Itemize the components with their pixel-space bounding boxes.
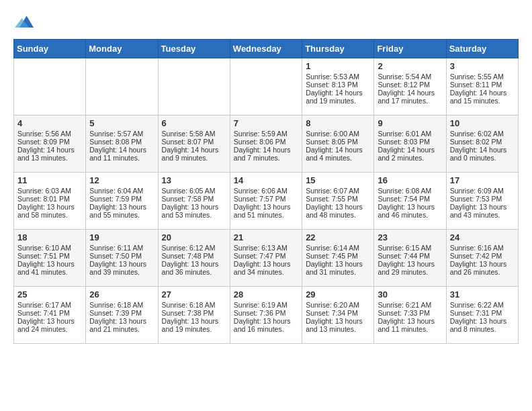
cell-text: Daylight: 14 hours <box>306 89 370 97</box>
day-header-tuesday: Tuesday <box>158 40 230 58</box>
cell-text: Sunset: 7:41 PM <box>17 309 82 317</box>
day-number: 10 <box>450 118 515 128</box>
calendar-cell: 2Sunrise: 5:54 AMSunset: 8:12 PMDaylight… <box>374 58 446 116</box>
day-number: 6 <box>162 118 226 128</box>
day-header-wednesday: Wednesday <box>230 40 302 58</box>
cell-text: Sunset: 7:31 PM <box>450 309 515 317</box>
cell-text: Daylight: 13 hours <box>234 260 298 268</box>
day-number: 25 <box>17 289 82 300</box>
calendar-cell: 28Sunrise: 6:19 AMSunset: 7:36 PMDayligh… <box>230 287 302 344</box>
cell-text: Sunset: 8:13 PM <box>306 81 370 89</box>
cell-text: Sunrise: 6:04 AM <box>89 187 154 195</box>
cell-text: Daylight: 13 hours <box>306 317 370 325</box>
cell-text: Sunrise: 6:05 AM <box>162 187 226 195</box>
cell-text: Sunset: 7:55 PM <box>306 195 370 203</box>
cell-text: Daylight: 14 hours <box>450 146 515 154</box>
calendar-cell <box>14 58 86 116</box>
calendar-cell: 3Sunrise: 5:55 AMSunset: 8:11 PMDaylight… <box>446 58 518 116</box>
week-row-5: 25Sunrise: 6:17 AMSunset: 7:41 PMDayligh… <box>14 287 519 344</box>
cell-text: Sunset: 7:36 PM <box>234 309 298 317</box>
cell-text: and 8 minutes. <box>450 325 515 333</box>
cell-text: Daylight: 13 hours <box>378 317 442 325</box>
cell-text: and 21 minutes. <box>89 325 154 333</box>
cell-text: Sunrise: 6:00 AM <box>306 130 370 138</box>
cell-text: Sunset: 8:03 PM <box>378 138 442 146</box>
cell-text: Sunrise: 6:21 AM <box>378 301 442 309</box>
cell-text: and 58 minutes. <box>17 211 82 219</box>
cell-text: Sunset: 8:09 PM <box>17 138 82 146</box>
cell-text: Daylight: 13 hours <box>306 203 370 211</box>
day-number: 19 <box>89 232 154 242</box>
cell-text: Daylight: 14 hours <box>234 146 298 154</box>
day-number: 12 <box>89 175 154 185</box>
cell-text: and 48 minutes. <box>306 211 370 219</box>
logo-icon <box>15 13 34 32</box>
calendar-cell: 31Sunrise: 6:22 AMSunset: 7:31 PMDayligh… <box>446 287 518 344</box>
calendar-cell: 11Sunrise: 6:03 AMSunset: 8:01 PMDayligh… <box>14 173 86 230</box>
cell-text: Sunrise: 6:10 AM <box>17 244 82 252</box>
cell-text: Sunset: 7:34 PM <box>306 309 370 317</box>
week-row-3: 11Sunrise: 6:03 AMSunset: 8:01 PMDayligh… <box>14 173 519 230</box>
day-number: 23 <box>378 232 442 242</box>
cell-text: and 4 minutes. <box>306 154 370 162</box>
cell-text: Sunrise: 6:18 AM <box>162 301 226 309</box>
cell-text: Daylight: 13 hours <box>162 317 226 325</box>
cell-text: and 26 minutes. <box>450 268 515 276</box>
calendar-cell: 4Sunrise: 5:56 AMSunset: 8:09 PMDaylight… <box>14 116 86 173</box>
cell-text: and 9 minutes. <box>162 154 226 162</box>
cell-text: Sunset: 7:54 PM <box>378 195 442 203</box>
day-header-thursday: Thursday <box>302 40 374 58</box>
cell-text: Sunrise: 5:54 AM <box>378 73 442 81</box>
cell-text: and 13 minutes. <box>306 325 370 333</box>
cell-text: Daylight: 13 hours <box>450 260 515 268</box>
day-number: 21 <box>234 232 298 242</box>
calendar-cell: 14Sunrise: 6:06 AMSunset: 7:57 PMDayligh… <box>230 173 302 230</box>
cell-text: Daylight: 14 hours <box>450 89 515 97</box>
cell-text: and 2 minutes. <box>378 154 442 162</box>
week-row-1: 1Sunrise: 5:53 AMSunset: 8:13 PMDaylight… <box>14 58 519 116</box>
cell-text: Sunrise: 6:01 AM <box>378 130 442 138</box>
cell-text: Sunrise: 5:55 AM <box>450 73 515 81</box>
cell-text: Sunrise: 6:18 AM <box>89 301 154 309</box>
day-number: 28 <box>234 289 298 300</box>
cell-text: Sunrise: 5:58 AM <box>162 130 226 138</box>
calendar-cell: 1Sunrise: 5:53 AMSunset: 8:13 PMDaylight… <box>302 58 374 116</box>
page: SundayMondayTuesdayWednesdayThursdayFrid… <box>0 0 532 351</box>
calendar-cell <box>86 58 158 116</box>
cell-text: and 31 minutes. <box>306 268 370 276</box>
day-number: 16 <box>378 175 442 185</box>
cell-text: Sunset: 8:12 PM <box>378 81 442 89</box>
cell-text: and 43 minutes. <box>450 211 515 219</box>
cell-text: and 29 minutes. <box>378 268 442 276</box>
cell-text: Sunrise: 6:12 AM <box>162 244 226 252</box>
cell-text: Sunset: 7:48 PM <box>162 252 226 260</box>
calendar-cell: 6Sunrise: 5:58 AMSunset: 8:07 PMDaylight… <box>158 116 230 173</box>
calendar-cell: 25Sunrise: 6:17 AMSunset: 7:41 PMDayligh… <box>14 287 86 344</box>
day-number: 31 <box>450 289 515 300</box>
cell-text: Sunset: 7:57 PM <box>234 195 298 203</box>
calendar-table: SundayMondayTuesdayWednesdayThursdayFrid… <box>13 39 519 344</box>
cell-text: Sunset: 8:11 PM <box>450 81 515 89</box>
cell-text: Daylight: 14 hours <box>378 89 442 97</box>
day-number: 7 <box>234 118 298 128</box>
cell-text: Sunset: 7:50 PM <box>89 252 154 260</box>
cell-text: and 11 minutes. <box>89 154 154 162</box>
cell-text: Sunset: 8:07 PM <box>162 138 226 146</box>
cell-text: Sunset: 8:05 PM <box>306 138 370 146</box>
day-number: 9 <box>378 118 442 128</box>
cell-text: Sunset: 7:45 PM <box>306 252 370 260</box>
calendar-cell: 13Sunrise: 6:05 AMSunset: 7:58 PMDayligh… <box>158 173 230 230</box>
cell-text: Sunset: 8:01 PM <box>17 195 82 203</box>
cell-text: and 24 minutes. <box>17 325 82 333</box>
cell-text: Daylight: 14 hours <box>378 146 442 154</box>
cell-text: Sunrise: 6:08 AM <box>378 187 442 195</box>
calendar-cell: 20Sunrise: 6:12 AMSunset: 7:48 PMDayligh… <box>158 230 230 287</box>
day-header-row: SundayMondayTuesdayWednesdayThursdayFrid… <box>14 40 519 58</box>
cell-text: Sunrise: 6:20 AM <box>306 301 370 309</box>
week-row-4: 18Sunrise: 6:10 AMSunset: 7:51 PMDayligh… <box>14 230 519 287</box>
day-number: 22 <box>306 232 370 242</box>
cell-text: Sunrise: 6:14 AM <box>306 244 370 252</box>
day-header-monday: Monday <box>86 40 158 58</box>
cell-text: Daylight: 13 hours <box>450 317 515 325</box>
logo <box>13 13 34 32</box>
